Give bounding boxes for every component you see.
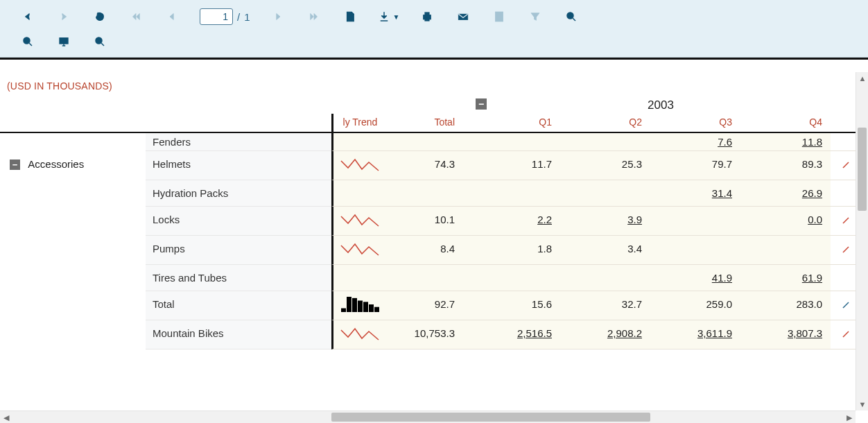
q1-cell: 15.6 (463, 291, 560, 320)
q2-cell: 25.3 (560, 151, 650, 180)
vertical-scrollbar[interactable]: ▲ ▼ (856, 72, 868, 411)
subcategory-cell: Mountain Bikes (146, 320, 331, 349)
scroll-down-icon[interactable]: ▼ (856, 398, 868, 411)
total-cell: 74.3 (387, 151, 463, 180)
total-cell: 8.4 (387, 236, 463, 265)
q4-cell: 11.8 (740, 133, 831, 151)
prev-page-button[interactable] (164, 8, 180, 25)
horizontal-scroll-thumb[interactable] (331, 413, 650, 422)
q1-cell: 1.8 (463, 236, 560, 265)
filter-button[interactable] (527, 8, 544, 25)
collapse-year-button[interactable]: − (476, 98, 487, 110)
q3-cell: 41.9 (650, 265, 740, 291)
q2-cell: 3.4 (560, 236, 650, 265)
zoom-out-button[interactable] (19, 33, 36, 50)
page-sep: / (237, 11, 240, 23)
q2-cell: 32.7 (560, 291, 650, 320)
toolbar-row-2 (0, 29, 868, 54)
document-map-button[interactable] (491, 8, 507, 25)
first-page-button[interactable] (128, 8, 144, 25)
q3-cell (650, 236, 740, 265)
q2-cell (560, 265, 650, 291)
total-cell: 92.7 (387, 291, 463, 320)
total-cell (387, 265, 463, 291)
trend-cell (331, 265, 387, 291)
total-cell: 10,753.3 (387, 320, 463, 349)
collapse-group-button[interactable]: − (10, 159, 20, 170)
svg-rect-12 (358, 301, 363, 313)
q4-cell: 0.0 (740, 207, 831, 236)
subcategory-cell: Fenders (146, 133, 331, 151)
tail-trend-cell (831, 291, 856, 320)
scroll-left-icon[interactable]: ◀ (0, 411, 12, 423)
trend-cell (331, 291, 387, 320)
export-dropdown-icon: ▼ (393, 13, 400, 21)
new-document-button[interactable] (342, 8, 358, 25)
trend-cell (331, 207, 387, 236)
tail-trend-cell (831, 151, 856, 180)
q1-cell (463, 133, 560, 151)
subcategory-cell: Helmets (146, 151, 331, 180)
subcategory-cell: Hydration Packs (146, 180, 331, 207)
q3-cell: 7.6 (650, 133, 740, 151)
svg-rect-2 (425, 18, 429, 21)
trend-cell (331, 180, 387, 207)
page-number-input[interactable] (200, 8, 233, 25)
next-page-button[interactable] (270, 8, 286, 25)
print-button[interactable] (419, 8, 435, 25)
q4-cell: 3,807.3 (740, 320, 831, 349)
q1-cell: 2,516.5 (463, 320, 560, 349)
col-q2: Q2 (560, 114, 650, 133)
total-cell (387, 180, 463, 207)
total-cell (387, 133, 463, 151)
q4-cell: 89.3 (740, 151, 831, 180)
group-accessories: − Accessories (0, 151, 146, 180)
find-button[interactable] (92, 33, 108, 50)
q3-cell (650, 207, 740, 236)
svg-rect-14 (369, 304, 374, 312)
tail-trend-cell (831, 207, 856, 236)
back-button[interactable] (19, 8, 36, 25)
horizontal-scrollbar[interactable]: ◀ ▶ (0, 411, 856, 423)
q3-cell: 79.7 (650, 151, 740, 180)
group-label: Accessories (28, 158, 84, 170)
svg-point-8 (96, 37, 102, 44)
export-button[interactable]: ▼ (378, 10, 400, 23)
subcategory-cell: Total (146, 291, 331, 320)
fullscreen-button[interactable] (55, 33, 72, 50)
units-label: (USD IN THOUSANDS) (0, 72, 856, 92)
year-header: − 2003 (463, 92, 856, 114)
col-q1: Q1 (463, 114, 560, 133)
toolbar-row-1: / 1 ▼ (0, 4, 868, 29)
scroll-up-icon[interactable]: ▲ (856, 72, 868, 85)
q4-cell: 26.9 (740, 180, 831, 207)
page-indicator: / 1 (200, 8, 250, 25)
q4-cell: 283.0 (740, 291, 831, 320)
zoom-in-button[interactable] (563, 8, 580, 25)
q2-cell (560, 133, 650, 151)
forward-button[interactable] (55, 8, 72, 25)
q2-cell: 2,908.2 (560, 320, 650, 349)
q1-cell (463, 180, 560, 207)
refresh-button[interactable] (92, 8, 108, 25)
svg-rect-10 (347, 297, 351, 312)
last-page-button[interactable] (306, 8, 322, 25)
scroll-right-icon[interactable]: ▶ (843, 411, 856, 423)
subcategory-cell: Locks (146, 207, 331, 236)
tail-trend-cell (831, 236, 856, 265)
email-button[interactable] (455, 8, 471, 25)
q4-cell (740, 236, 831, 265)
q4-cell: 61.9 (740, 265, 831, 291)
col-q4: Q4 (740, 114, 831, 133)
q3-cell: 31.4 (650, 180, 740, 207)
q1-cell: 11.7 (463, 151, 560, 180)
year-label: 2003 (648, 98, 674, 112)
svg-rect-9 (341, 309, 346, 313)
subcategory-cell: Pumps (146, 236, 331, 265)
top-divider (0, 58, 868, 60)
q1-cell (463, 265, 560, 291)
vertical-scroll-thumb[interactable] (858, 128, 867, 211)
trend-cell (331, 133, 387, 151)
subcategory-cell: Tires and Tubes (146, 265, 331, 291)
svg-rect-1 (425, 12, 429, 15)
